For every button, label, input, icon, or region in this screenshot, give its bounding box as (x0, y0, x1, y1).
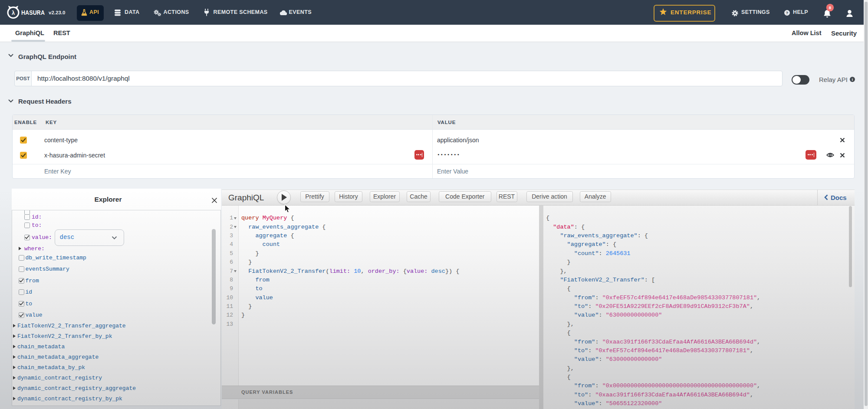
svg-text:8: 8 (829, 5, 831, 10)
svg-text:?: ? (786, 10, 789, 15)
svg-text:λ: λ (12, 10, 15, 16)
